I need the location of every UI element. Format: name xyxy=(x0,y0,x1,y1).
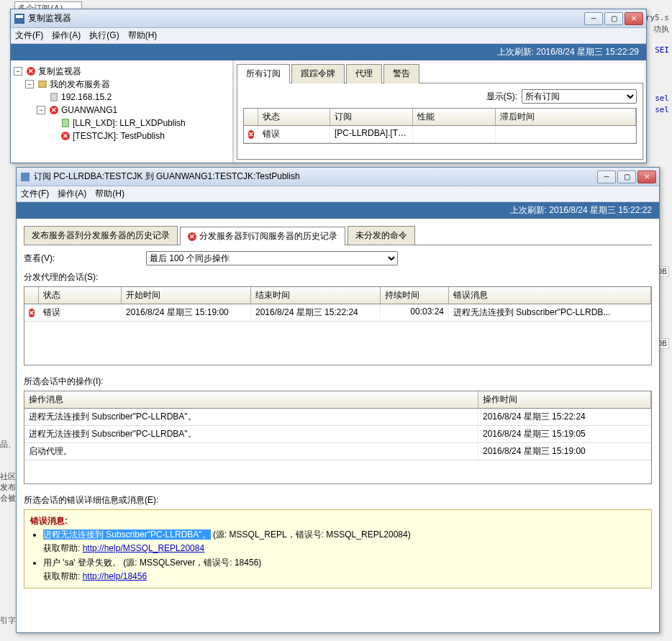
help-label: 获取帮助: xyxy=(43,543,83,553)
cell-status: 错误 xyxy=(39,304,122,321)
view-label: 查看(V): xyxy=(24,253,146,265)
bg-text: 功执 xyxy=(653,24,669,35)
svg-rect-2 xyxy=(39,81,47,88)
bg-text: 社区 xyxy=(0,471,16,482)
error-text: 用户 'sa' 登录失败。 (源: MSSQLServer，错误号: 18456… xyxy=(43,558,261,568)
svg-rect-5 xyxy=(21,173,29,181)
tab-warnings[interactable]: 警告 xyxy=(383,64,419,83)
minimize-button[interactable]: ─ xyxy=(597,171,616,183)
tab-all-subs[interactable]: 所有订阅 xyxy=(237,64,290,83)
error-icon: ✕ xyxy=(25,65,37,77)
tab-label: 分发服务器到订阅服务器的历史记录 xyxy=(199,230,337,242)
maximize-button[interactable]: ▢ xyxy=(604,12,623,25)
window-title: 订阅 PC-LLRDBA:TESTCJK 到 GUANWANG1:TESTCJK… xyxy=(34,171,597,183)
publication-icon xyxy=(60,117,71,129)
cell-time: 2016/8/24 星期三 15:19:00 xyxy=(478,443,651,460)
app-icon xyxy=(14,13,25,24)
sessions-label: 分发代理的会话(S): xyxy=(24,271,652,283)
titlebar[interactable]: 订阅 PC-LLRDBA:TESTCJK 到 GUANWANG1:TESTCJK… xyxy=(17,168,659,186)
cell-subscription: [PC-LLRDBA].[TE... xyxy=(330,126,413,142)
help-link[interactable]: http://help/18456 xyxy=(83,571,147,581)
tab-pub-to-dist[interactable]: 发布服务器到分发服务器的历史记录 xyxy=(24,226,178,245)
cell-msg: 进程无法连接到 Subscriber"PC-LLRDBA"。 xyxy=(24,426,478,442)
tree-toggle[interactable]: − xyxy=(37,106,45,114)
show-select[interactable]: 所有订阅 xyxy=(522,89,637,104)
tree-publication[interactable]: [LLR_LXD]: LLR_LXDPublish xyxy=(73,118,186,128)
menubar: 文件(F) 操作(A) 执行(G) 帮助(H) xyxy=(11,28,646,44)
tab-agents[interactable]: 代理 xyxy=(346,64,382,83)
tab-dist-to-sub[interactable]: ✕ 分发服务器到订阅服务器的历史记录 xyxy=(180,227,345,245)
menu-action[interactable]: 操作(A) xyxy=(58,188,86,200)
bg-text: 发布 xyxy=(0,482,16,493)
cell-time: 2016/8/24 星期三 15:19:05 xyxy=(478,426,651,442)
replication-monitor-window: 复制监视器 ─ ▢ ✕ 文件(F) 操作(A) 执行(G) 帮助(H) 上次刷新… xyxy=(10,9,647,163)
menu-file[interactable]: 文件(F) xyxy=(15,29,43,42)
close-button[interactable]: ✕ xyxy=(625,12,643,25)
menu-exec[interactable]: 执行(G) xyxy=(89,29,119,42)
app-icon xyxy=(19,171,31,183)
menu-help[interactable]: 帮助(H) xyxy=(128,29,158,42)
error-heading: 错误消息: xyxy=(30,514,645,528)
sessions-grid[interactable]: 状态 开始时间 结束时间 持续时间 错误消息 ✕ 错误 2016/8/24 星期… xyxy=(24,286,652,365)
col-duration[interactable]: 持续时间 xyxy=(381,287,449,304)
cell-time: 2016/8/24 星期三 15:22:24 xyxy=(478,409,651,425)
table-row[interactable]: 启动代理。 2016/8/24 星期三 15:19:00 xyxy=(24,443,651,460)
col-error[interactable]: 错误消息 xyxy=(449,287,651,304)
actions-grid[interactable]: 操作消息 操作时间 进程无法连接到 Subscriber"PC-LLRDBA"。… xyxy=(24,391,652,484)
tree-ip[interactable]: 192.168.15.2 xyxy=(61,92,112,102)
close-button[interactable]: ✕ xyxy=(637,171,656,183)
cell-error: 进程无法连接到 Subscriber"PC-LLRDB... xyxy=(449,304,651,321)
help-link[interactable]: http://help/MSSQL_REPL20084 xyxy=(83,543,204,553)
server-group-icon xyxy=(37,78,48,90)
tree-pane[interactable]: − ✕ 复制监视器 − 我的发布服务器 192.168.15.2 − ✕ GUA… xyxy=(11,60,234,163)
col-perf[interactable]: 性能 xyxy=(413,109,496,125)
error-icon: ✕ xyxy=(24,304,39,321)
col-end[interactable]: 结束时间 xyxy=(251,287,381,304)
table-row[interactable]: ✕ 错误 2016/8/24 星期三 15:19:00 2016/8/24 星期… xyxy=(24,304,651,322)
tab-tokens[interactable]: 跟踪令牌 xyxy=(291,64,345,83)
actions-label: 所选会话中的操作(I): xyxy=(24,376,652,388)
col-subscription[interactable]: 订阅 xyxy=(330,109,413,125)
error-detail-box[interactable]: 错误消息: 进程无法连接到 Subscriber"PC-LLRDBA"。 (源:… xyxy=(24,509,652,588)
table-row[interactable]: 进程无法连接到 Subscriber"PC-LLRDBA"。 2016/8/24… xyxy=(24,409,651,426)
titlebar[interactable]: 复制监视器 ─ ▢ ✕ xyxy=(11,9,646,28)
col-action-time[interactable]: 操作时间 xyxy=(478,391,651,408)
svg-rect-1 xyxy=(16,15,23,18)
col-status[interactable]: 状态 xyxy=(39,287,122,304)
col-status[interactable]: 状态 xyxy=(258,109,330,125)
error-item: 用户 'sa' 登录失败。 (源: MSSQLServer，错误号: 18456… xyxy=(43,556,645,583)
tree-publishers[interactable]: 我的发布服务器 xyxy=(50,78,110,91)
col-action-msg[interactable]: 操作消息 xyxy=(24,391,478,408)
error-highlight: 进程无法连接到 Subscriber"PC-LLRDBA"。 xyxy=(43,529,211,540)
error-icon: ✕ xyxy=(60,130,71,142)
menu-action[interactable]: 操作(A) xyxy=(52,29,81,42)
error-icon: ✕ xyxy=(188,232,196,241)
minimize-button[interactable]: ─ xyxy=(584,12,603,25)
tree-publication[interactable]: [TESTCJK]: TestPublish xyxy=(73,131,165,141)
subscriptions-grid[interactable]: 状态 订阅 性能 滞后时间 ✕ 错误 [PC-LLRDBA].[TE... xyxy=(243,108,637,144)
menu-help[interactable]: 帮助(H) xyxy=(95,188,124,200)
col-latency[interactable]: 滞后时间 xyxy=(496,109,636,125)
bg-text: sel xyxy=(655,105,669,114)
col-start[interactable]: 开始时间 xyxy=(122,287,251,304)
tree-server[interactable]: GUANWANG1 xyxy=(61,105,117,115)
maximize-button[interactable]: ▢ xyxy=(617,171,636,183)
menu-file[interactable]: 文件(F) xyxy=(21,188,49,200)
cell-duration: 00:03:24 xyxy=(381,304,449,321)
status-bar: 上次刷新: 2016/8/24 星期三 15:22:29 xyxy=(11,44,646,60)
view-select[interactable]: 最后 100 个同步操作 xyxy=(146,251,398,265)
tree-toggle[interactable]: − xyxy=(14,67,22,76)
history-tabs: 发布服务器到分发服务器的历史记录 ✕ 分发服务器到订阅服务器的历史记录 未分发的… xyxy=(24,226,652,245)
table-row[interactable]: 进程无法连接到 Subscriber"PC-LLRDBA"。 2016/8/24… xyxy=(24,426,651,443)
bg-text: ry5.s xyxy=(645,13,669,22)
help-label: 获取帮助: xyxy=(43,571,83,581)
cell-start: 2016/8/24 星期三 15:19:00 xyxy=(122,304,251,321)
show-label: 显示(S): xyxy=(486,91,517,103)
window-title: 复制监视器 xyxy=(28,12,584,24)
tree-toggle[interactable]: − xyxy=(25,80,34,88)
tree-root[interactable]: 复制监视器 xyxy=(38,65,81,78)
tab-undistributed[interactable]: 未分发的命令 xyxy=(348,226,415,245)
table-row[interactable]: ✕ 错误 [PC-LLRDBA].[TE... xyxy=(244,126,636,143)
cell-msg: 进程无法连接到 Subscriber"PC-LLRDBA"。 xyxy=(24,409,478,425)
right-pane: 所有订阅 跟踪令牌 代理 警告 显示(S): 所有订阅 状态 订阅 性能 滞后时… xyxy=(234,60,646,163)
